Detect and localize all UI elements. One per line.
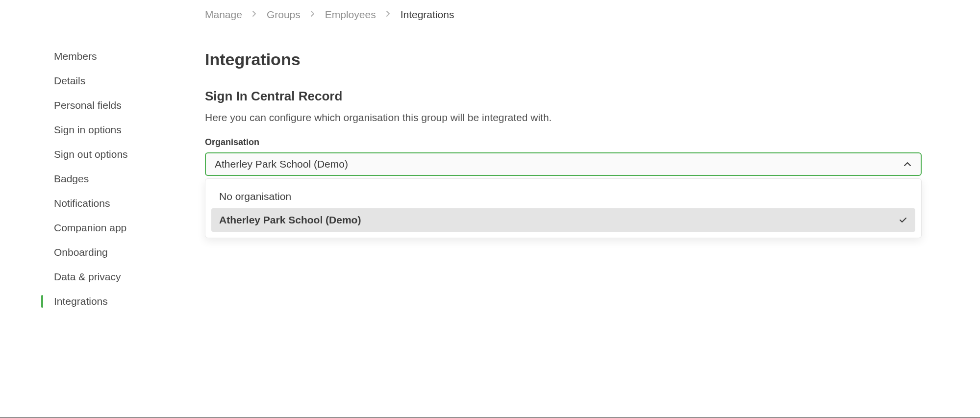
sidebar-item-label: Details	[54, 75, 85, 86]
breadcrumb: Manage Groups Employees Integrations	[205, 9, 922, 21]
sidebar-item-notifications[interactable]: Notifications	[41, 191, 201, 216]
chevron-up-icon	[903, 160, 912, 169]
organisation-dropdown: No organisation Atherley Park School (De…	[205, 178, 922, 238]
organisation-select-wrapper: Atherley Park School (Demo) No organisat…	[205, 152, 922, 176]
sidebar-item-label: Notifications	[54, 197, 110, 209]
sidebar-item-integrations[interactable]: Integrations	[41, 289, 201, 314]
breadcrumb-employees[interactable]: Employees	[325, 9, 376, 21]
sidebar-item-badges[interactable]: Badges	[41, 167, 201, 191]
section-title: Sign In Central Record	[205, 89, 922, 104]
chevron-right-icon	[252, 10, 257, 19]
organisation-option-atherley[interactable]: Atherley Park School (Demo)	[211, 208, 915, 232]
page-title: Integrations	[205, 50, 922, 69]
section-description: Here you can configure which organisatio…	[205, 112, 922, 123]
main-content: Manage Groups Employees Integrations Int…	[201, 0, 951, 418]
breadcrumb-groups[interactable]: Groups	[267, 9, 301, 21]
organisation-label: Organisation	[205, 137, 922, 148]
breadcrumb-integrations: Integrations	[401, 9, 454, 21]
sidebar-item-details[interactable]: Details	[41, 69, 201, 93]
chevron-right-icon	[386, 10, 391, 19]
sidebar-item-label: Companion app	[54, 222, 126, 233]
sidebar-item-label: Personal fields	[54, 99, 122, 111]
sidebar-item-label: Badges	[54, 173, 89, 184]
organisation-option-none[interactable]: No organisation	[211, 185, 915, 208]
breadcrumb-manage[interactable]: Manage	[205, 9, 242, 21]
sidebar-item-onboarding[interactable]: Onboarding	[41, 240, 201, 265]
sidebar-item-data-privacy[interactable]: Data & privacy	[41, 265, 201, 289]
dropdown-item-label: Atherley Park School (Demo)	[219, 214, 361, 226]
dropdown-item-label: No organisation	[219, 191, 291, 202]
sidebar-item-sign-out-options[interactable]: Sign out options	[41, 142, 201, 167]
sidebar-item-sign-in-options[interactable]: Sign in options	[41, 118, 201, 142]
organisation-selected-value: Atherley Park School (Demo)	[215, 158, 348, 170]
sidebar-item-label: Onboarding	[54, 246, 108, 258]
sidebar-item-label: Data & privacy	[54, 271, 121, 282]
sidebar-item-label: Members	[54, 50, 97, 62]
sidebar-item-members[interactable]: Members	[41, 44, 201, 69]
sidebar-item-label: Sign in options	[54, 124, 122, 135]
organisation-select[interactable]: Atherley Park School (Demo)	[205, 152, 922, 176]
chevron-right-icon	[310, 10, 315, 19]
sidebar-item-personal-fields[interactable]: Personal fields	[41, 93, 201, 118]
sidebar-item-label: Sign out options	[54, 148, 128, 160]
sidebar-item-companion-app[interactable]: Companion app	[41, 216, 201, 240]
check-icon	[899, 216, 907, 224]
sidebar-item-label: Integrations	[54, 295, 108, 307]
sidebar: Members Details Personal fields Sign in …	[0, 0, 201, 418]
